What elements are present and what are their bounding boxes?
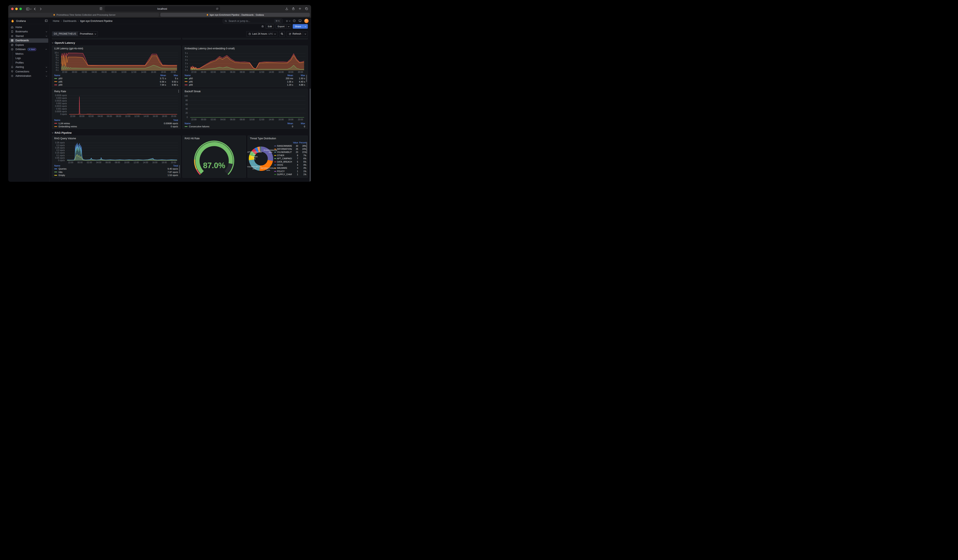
back-button[interactable] — [33, 7, 37, 11]
threat-col-percent[interactable]: Percent — [298, 141, 306, 144]
sidebar-item-logs[interactable]: Logs — [13, 56, 48, 61]
mega-menu-toggle-button[interactable] — [45, 19, 48, 23]
legend-scrollbar[interactable] — [306, 142, 307, 154]
legend-col-name[interactable]: Name — [54, 165, 158, 167]
series-name[interactable]: Queries — [59, 168, 158, 170]
backoff-streak-chart[interactable]: 02040608010022:0000:0002:0004:0006:0008:… — [183, 94, 306, 121]
series-name[interactable]: RANSOMWARE — [274, 145, 292, 147]
fullscreen-button[interactable] — [19, 8, 22, 10]
search-input[interactable]: Search or jump to... ⌘+k — [223, 19, 282, 23]
panel-title[interactable]: LLM Latency (gpt-4o-mini) — [52, 46, 181, 51]
panel-title[interactable]: RAG Hit Rate — [182, 136, 246, 141]
legend-col-name[interactable]: Name — [185, 122, 281, 125]
series-name[interactable]: p95 — [189, 81, 281, 83]
forward-button[interactable] — [39, 7, 42, 11]
tab-overview-icon[interactable] — [305, 7, 308, 11]
chevron-down-icon[interactable] — [46, 71, 47, 72]
chevron-down-icon[interactable] — [46, 66, 47, 68]
series-name[interactable]: OTHER — [274, 154, 292, 157]
sidebar-item-starred[interactable]: Starred — [9, 34, 48, 38]
sidebar-item-administration[interactable]: Administration — [9, 74, 48, 78]
share-button[interactable]: Share — [293, 24, 308, 29]
series-name[interactable]: Consecutive failures — [189, 125, 281, 128]
series-name[interactable]: LLM retries — [59, 122, 158, 125]
panel-title[interactable]: Threat Type Distribution — [248, 136, 308, 141]
llm-latency-chart[interactable]: 3 s4 s5 s6 s7 s8 s9 s10 s22:0000:0002:00… — [53, 51, 179, 73]
legend-col-mean[interactable]: Mean — [281, 74, 293, 76]
browser-sidebar-toggle-button[interactable] — [26, 7, 31, 11]
series-name[interactable]: POLICY — [274, 170, 292, 173]
legend-col-total[interactable]: Total — [158, 165, 178, 167]
series-name[interactable]: Empty — [59, 174, 158, 176]
series-name[interactable]: p95 — [59, 81, 154, 83]
browser-tab-grafana[interactable]: tiger-eye Enrichment Pipeline - Dashboar… — [160, 13, 310, 17]
sidebar-item-metrics[interactable]: Metrics — [13, 52, 48, 56]
sidebar-item-connections[interactable]: Connections — [9, 69, 48, 74]
legend-scrollbar[interactable] — [179, 165, 180, 173]
breadcrumb-dashboards[interactable]: Dashboards — [63, 20, 76, 22]
chevron-down-icon[interactable] — [46, 31, 47, 32]
legend-col-mean[interactable]: Mean — [154, 74, 166, 76]
section-rag-pipeline[interactable]: RAG Pipeline — [52, 130, 71, 135]
downloads-icon[interactable] — [285, 7, 289, 11]
page-icon[interactable] — [100, 7, 103, 11]
legend-col-name[interactable]: Name — [185, 74, 281, 76]
breadcrumb-home[interactable]: Home — [53, 20, 59, 22]
series-name[interactable]: p99 — [59, 84, 154, 86]
chevron-down-icon[interactable] — [46, 75, 47, 76]
panel-title[interactable]: RAG Query Volume — [52, 136, 181, 141]
edit-button[interactable]: Edit — [266, 24, 274, 29]
panel-title[interactable]: Backoff Streak — [182, 89, 308, 94]
legend-col-max[interactable]: Max — [293, 122, 305, 125]
share-icon[interactable] — [292, 7, 295, 11]
add-new-button[interactable] — [285, 20, 290, 22]
export-button[interactable]: Export — [276, 24, 291, 29]
panel-title[interactable]: Retry Rate — [52, 89, 181, 94]
panel-title[interactable]: Embedding Latency (text-embedding-3-smal… — [182, 46, 308, 51]
legend-col-mean[interactable]: Mean — [281, 122, 293, 125]
sidebar-item-drilldown[interactable]: Drilldown ✦ New! — [9, 47, 48, 52]
series-name[interactable]: MALWARE — [274, 167, 292, 169]
sidebar-item-home[interactable]: Home — [9, 25, 48, 30]
legend-scrollbar[interactable] — [306, 75, 307, 82]
series-name[interactable]: APT_CAMPAIGN — [274, 157, 292, 160]
legend-col-max[interactable]: Max — [166, 74, 178, 76]
sidebar-item-profiles[interactable]: Profiles — [13, 60, 48, 65]
chevron-up-icon[interactable] — [45, 49, 47, 50]
dashboard-scrollbar[interactable] — [309, 89, 311, 182]
help-button[interactable]: ? — [293, 19, 296, 23]
series-name[interactable]: p50 — [189, 77, 281, 79]
embedding-latency-chart[interactable]: 0 s1 s2 s3 s4 s5 s22:0000:0002:0004:0006… — [183, 51, 306, 73]
series-name[interactable]: Embedding retries — [59, 125, 158, 128]
rag-hit-rate-gauge[interactable]: 87.0% — [184, 141, 244, 176]
close-button[interactable] — [11, 8, 14, 10]
threat-col-value[interactable]: Value — [292, 141, 298, 144]
retry-rate-chart[interactable]: 0 ops/s0.0005 ops/s0.001 ops/s0.0015 ops… — [53, 94, 179, 117]
series-name[interactable]: Hits — [59, 171, 158, 173]
legend-col-name[interactable]: Name — [54, 119, 158, 121]
section-openai-latency[interactable]: OpenAI Latency — [52, 40, 75, 45]
reload-icon[interactable] — [216, 8, 219, 11]
legend-col-max[interactable]: Max — [293, 74, 305, 76]
address-bar[interactable]: localhost — [105, 6, 220, 11]
panel-menu-icon[interactable] — [178, 90, 179, 93]
zoom-out-button[interactable] — [279, 31, 285, 36]
sidebar-item-dashboards[interactable]: Dashboards — [9, 38, 48, 43]
series-name[interactable]: VULNERABILITY — [274, 151, 292, 153]
minimize-button[interactable] — [15, 8, 18, 10]
time-range-picker[interactable]: Last 24 hours UTC — [246, 31, 278, 36]
series-name[interactable]: INFORMATIONAL — [274, 148, 292, 150]
variable-value-dropdown[interactable]: Prometheus — [78, 31, 98, 36]
series-name[interactable]: DDOS — [274, 164, 292, 166]
browser-tab-prometheus[interactable]: Prometheus Time Series Collection and Pr… — [10, 13, 159, 17]
legend-col-total[interactable]: Total — [158, 119, 178, 121]
series-name[interactable]: DATA_BREACH — [274, 161, 292, 163]
series-name[interactable]: p99 — [189, 84, 281, 86]
series-name[interactable]: SUPPLY_CHAIN — [274, 173, 292, 176]
sidebar-item-bookmarks[interactable]: Bookmarks — [9, 30, 48, 34]
sidebar-item-explore[interactable]: Explore — [9, 43, 48, 47]
new-tab-icon[interactable] — [298, 7, 301, 11]
favorite-star-button[interactable] — [261, 25, 264, 28]
threat-donut-chart[interactable]: RANSOMWARE28%INFORMATIONAL24%VULNERABILI… — [248, 141, 274, 177]
refresh-button[interactable]: Refresh — [287, 31, 308, 36]
